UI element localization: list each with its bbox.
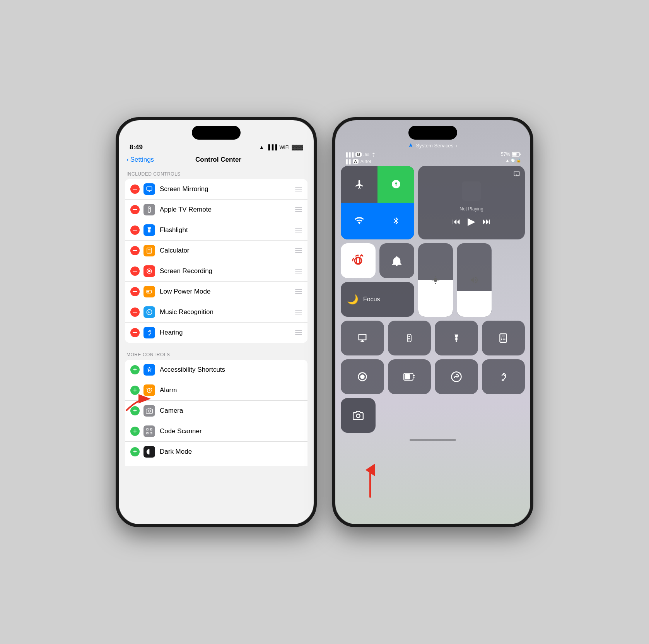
drag-handle[interactable]	[295, 187, 302, 191]
drag-handle[interactable]	[295, 248, 302, 253]
silent-button[interactable]	[379, 243, 414, 278]
flashlight-button[interactable]	[435, 321, 478, 355]
signal-icon: ▐▐▐	[266, 144, 277, 150]
brightness-slider[interactable]	[418, 243, 453, 317]
list-item[interactable]: Hearing	[125, 323, 307, 343]
remove-button[interactable]	[130, 205, 140, 214]
svg-rect-0	[147, 187, 152, 190]
list-item[interactable]: Dark Mode	[125, 442, 307, 462]
remove-button[interactable]	[130, 246, 140, 255]
calculator-button[interactable]	[482, 321, 525, 355]
svg-point-42	[434, 278, 437, 282]
connectivity-tile[interactable]	[341, 166, 414, 239]
add-button[interactable]	[130, 427, 140, 436]
location-icon-cc: ▲	[506, 158, 509, 162]
flashlight-icon	[143, 224, 155, 236]
back-button[interactable]: ‹ Settings	[126, 156, 154, 164]
airplane-mode-button[interactable]	[341, 166, 377, 203]
list-item[interactable]: Camera	[125, 401, 307, 421]
focus-button[interactable]: 🌙 Focus	[341, 282, 414, 317]
svg-rect-22	[147, 429, 148, 430]
hotspot-button[interactable]	[377, 166, 414, 203]
control-center-grid: Not Playing ⏮ ▶ ⏭	[335, 166, 530, 433]
screen-mirroring-cc-icon	[357, 333, 368, 343]
brightness-fill	[418, 280, 453, 317]
hearing-icon	[143, 327, 155, 338]
shazam-button[interactable]	[435, 359, 478, 394]
cc-row-1: Not Playing ⏮ ▶ ⏭	[341, 166, 525, 239]
back-label: Settings	[130, 156, 154, 164]
not-playing-label: Not Playing	[459, 206, 483, 212]
screen-mirroring-icon	[143, 183, 155, 195]
drag-handle[interactable]	[295, 310, 302, 314]
add-button[interactable]	[130, 447, 140, 456]
rotation-lock-icon	[351, 254, 365, 268]
wifi-button[interactable]	[341, 203, 377, 239]
play-button[interactable]: ▶	[468, 215, 475, 227]
item-label: Camera	[160, 407, 302, 415]
location-services-icon	[408, 143, 413, 148]
drag-handle[interactable]	[295, 269, 302, 273]
remove-button[interactable]	[130, 266, 140, 276]
list-item[interactable]: Guided Access	[125, 462, 307, 466]
list-item[interactable]: Calculator	[125, 241, 307, 261]
rotation-lock-button[interactable]	[341, 243, 376, 278]
list-item[interactable]: Screen Recording	[125, 261, 307, 282]
drag-handle[interactable]	[295, 289, 302, 294]
red-arrow-right	[347, 462, 393, 501]
volume-fill	[457, 291, 492, 317]
svg-point-9	[148, 252, 149, 253]
svg-rect-39	[512, 153, 517, 155]
svg-point-11	[150, 252, 151, 253]
svg-rect-63	[405, 374, 410, 379]
screen-recording-button[interactable]	[341, 359, 384, 394]
dark-mode-icon	[143, 446, 155, 458]
remove-button[interactable]	[130, 225, 140, 235]
add-button[interactable]	[130, 365, 140, 374]
list-item[interactable]: Apple TV Remote	[125, 200, 307, 220]
list-item[interactable]: Music Recognition	[125, 302, 307, 323]
svg-point-48	[408, 336, 410, 337]
alarm-icon	[143, 384, 155, 396]
focus-label: Focus	[363, 296, 380, 303]
svg-point-8	[150, 251, 151, 251]
add-button[interactable]	[130, 386, 140, 395]
svg-rect-23	[150, 429, 152, 430]
airplay-icon[interactable]	[513, 171, 520, 179]
music-tile[interactable]: Not Playing ⏮ ▶ ⏭	[418, 166, 525, 239]
included-controls-list: Screen Mirroring Apple TV Remote	[125, 179, 307, 343]
screen-mirroring-button[interactable]	[341, 321, 384, 355]
drag-handle[interactable]	[295, 330, 302, 335]
svg-point-68	[356, 414, 360, 417]
camera-button[interactable]	[341, 398, 376, 433]
list-item[interactable]: Screen Mirroring	[125, 179, 307, 200]
volume-slider[interactable]	[457, 243, 492, 317]
drag-handle[interactable]	[295, 228, 302, 232]
remove-button[interactable]	[130, 328, 140, 337]
remove-button[interactable]	[130, 287, 140, 296]
svg-point-56	[504, 337, 506, 338]
previous-button[interactable]: ⏮	[452, 217, 461, 227]
left-phone: 8:49 ▲ ▐▐▐ WiFi ▓▓▓ ‹ Settings Control C…	[116, 117, 317, 527]
cc-row-3	[341, 321, 525, 355]
drag-handle[interactable]	[295, 207, 302, 212]
bluetooth-button[interactable]	[377, 203, 414, 239]
svg-rect-17	[147, 290, 149, 292]
chevron-left-icon: ‹	[126, 156, 129, 164]
remove-button[interactable]	[130, 307, 140, 317]
list-item[interactable]: Alarm	[125, 380, 307, 401]
remove-button[interactable]	[130, 184, 140, 194]
list-item[interactable]: Low Power Mode	[125, 282, 307, 302]
svg-rect-51	[455, 337, 458, 340]
next-button[interactable]: ⏭	[482, 217, 491, 227]
low-power-cc-icon	[403, 372, 415, 381]
tv-remote-button[interactable]	[388, 321, 431, 355]
lock-icon-cc: 🔒	[516, 158, 521, 162]
list-item[interactable]: Accessibility Shortcuts	[125, 360, 307, 380]
list-item[interactable]: Code Scanner	[125, 421, 307, 442]
add-button[interactable]	[130, 406, 140, 415]
hearing-button[interactable]	[482, 359, 525, 394]
low-power-button[interactable]	[388, 359, 431, 394]
svg-rect-38	[520, 154, 521, 155]
list-item[interactable]: Flashlight	[125, 220, 307, 241]
